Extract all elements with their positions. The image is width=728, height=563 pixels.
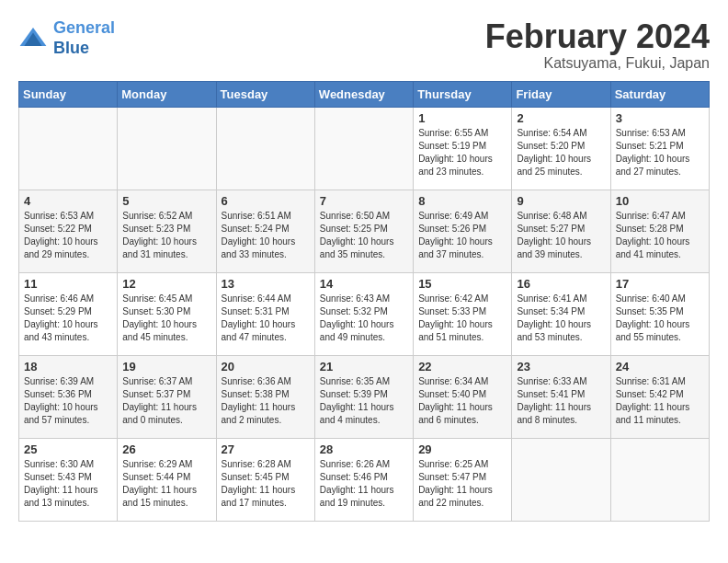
calendar-cell: [610, 438, 709, 521]
day-number: 20: [222, 360, 310, 373]
day-number: 13: [222, 277, 310, 291]
calendar-cell: 21Sunrise: 6:35 AM Sunset: 5:39 PM Dayli…: [314, 355, 413, 438]
day-number: 14: [320, 277, 408, 291]
day-info: Sunrise: 6:47 AM Sunset: 5:28 PM Dayligh…: [616, 210, 704, 261]
day-info: Sunrise: 6:29 AM Sunset: 5:44 PM Dayligh…: [122, 458, 210, 510]
day-info: Sunrise: 6:45 AM Sunset: 5:30 PM Dayligh…: [122, 293, 210, 344]
title-block: February 2024 Katsuyama, Fukui, Japan: [485, 18, 710, 72]
day-number: 25: [24, 442, 112, 456]
day-number: 28: [320, 442, 408, 456]
day-number: 24: [616, 360, 704, 373]
day-info: Sunrise: 6:41 AM Sunset: 5:34 PM Dayligh…: [517, 293, 605, 344]
calendar-cell: 29Sunrise: 6:25 AM Sunset: 5:47 PM Dayli…: [414, 438, 512, 521]
day-info: Sunrise: 6:49 AM Sunset: 5:26 PM Dayligh…: [418, 210, 506, 261]
day-info: Sunrise: 6:44 AM Sunset: 5:31 PM Dayligh…: [222, 293, 310, 344]
calendar-title: February 2024: [485, 18, 710, 55]
day-info: Sunrise: 6:28 AM Sunset: 5:45 PM Dayligh…: [222, 458, 310, 510]
day-info: Sunrise: 6:48 AM Sunset: 5:27 PM Dayligh…: [517, 210, 605, 261]
day-number: 2: [517, 111, 605, 125]
calendar-cell: [118, 107, 216, 190]
calendar-cell: [19, 107, 118, 190]
calendar-cell: 17Sunrise: 6:40 AM Sunset: 5:35 PM Dayli…: [610, 272, 709, 355]
calendar-cell: 28Sunrise: 6:26 AM Sunset: 5:46 PM Dayli…: [314, 438, 413, 521]
weekday-header: Saturday: [610, 81, 709, 107]
calendar-cell: 2Sunrise: 6:54 AM Sunset: 5:20 PM Daylig…: [512, 107, 610, 190]
weekday-header: Thursday: [414, 81, 512, 107]
day-number: 16: [517, 277, 605, 291]
day-number: 4: [24, 194, 112, 208]
calendar-cell: 1Sunrise: 6:55 AM Sunset: 5:19 PM Daylig…: [414, 107, 512, 190]
calendar-cell: 12Sunrise: 6:45 AM Sunset: 5:30 PM Dayli…: [118, 272, 216, 355]
day-info: Sunrise: 6:46 AM Sunset: 5:29 PM Dayligh…: [24, 293, 112, 344]
calendar-cell: 27Sunrise: 6:28 AM Sunset: 5:45 PM Dayli…: [216, 438, 314, 521]
day-number: 17: [616, 277, 704, 291]
calendar-week-row: 25Sunrise: 6:30 AM Sunset: 5:43 PM Dayli…: [19, 438, 710, 521]
calendar-cell: 11Sunrise: 6:46 AM Sunset: 5:29 PM Dayli…: [19, 272, 118, 355]
day-number: 6: [222, 194, 310, 208]
logo-icon: [18, 24, 48, 53]
calendar-cell: 13Sunrise: 6:44 AM Sunset: 5:31 PM Dayli…: [216, 272, 314, 355]
weekday-header: Monday: [118, 81, 216, 107]
calendar-subtitle: Katsuyama, Fukui, Japan: [485, 55, 710, 72]
calendar-cell: 16Sunrise: 6:41 AM Sunset: 5:34 PM Dayli…: [512, 272, 610, 355]
weekday-header-row: SundayMondayTuesdayWednesdayThursdayFrid…: [19, 81, 710, 107]
day-info: Sunrise: 6:50 AM Sunset: 5:25 PM Dayligh…: [320, 210, 408, 261]
weekday-header: Sunday: [19, 81, 118, 107]
calendar-week-row: 18Sunrise: 6:39 AM Sunset: 5:36 PM Dayli…: [19, 355, 710, 438]
day-info: Sunrise: 6:51 AM Sunset: 5:24 PM Dayligh…: [222, 210, 310, 261]
day-number: 27: [222, 442, 310, 456]
day-info: Sunrise: 6:35 AM Sunset: 5:39 PM Dayligh…: [320, 375, 408, 427]
day-number: 11: [24, 277, 112, 291]
day-number: 18: [24, 360, 112, 373]
day-number: 1: [418, 111, 506, 125]
day-number: 15: [418, 277, 506, 291]
calendar-cell: 9Sunrise: 6:48 AM Sunset: 5:27 PM Daylig…: [512, 190, 610, 272]
day-info: Sunrise: 6:39 AM Sunset: 5:36 PM Dayligh…: [24, 375, 112, 427]
calendar-cell: 26Sunrise: 6:29 AM Sunset: 5:44 PM Dayli…: [118, 438, 216, 521]
calendar-cell: 5Sunrise: 6:52 AM Sunset: 5:23 PM Daylig…: [118, 190, 216, 272]
calendar-cell: 24Sunrise: 6:31 AM Sunset: 5:42 PM Dayli…: [610, 355, 709, 438]
day-number: 10: [616, 194, 704, 208]
day-info: Sunrise: 6:43 AM Sunset: 5:32 PM Dayligh…: [320, 293, 408, 344]
day-number: 5: [122, 194, 210, 208]
calendar-week-row: 11Sunrise: 6:46 AM Sunset: 5:29 PM Dayli…: [19, 272, 710, 355]
day-info: Sunrise: 6:42 AM Sunset: 5:33 PM Dayligh…: [418, 293, 506, 344]
day-number: 23: [517, 360, 605, 373]
day-number: 26: [122, 442, 210, 456]
calendar-cell: 18Sunrise: 6:39 AM Sunset: 5:36 PM Dayli…: [19, 355, 118, 438]
calendar-cell: 3Sunrise: 6:53 AM Sunset: 5:21 PM Daylig…: [610, 107, 709, 190]
calendar-cell: [216, 107, 314, 190]
day-number: 12: [122, 277, 210, 291]
day-info: Sunrise: 6:54 AM Sunset: 5:20 PM Dayligh…: [517, 127, 605, 178]
day-info: Sunrise: 6:55 AM Sunset: 5:19 PM Dayligh…: [418, 127, 506, 178]
calendar-week-row: 1Sunrise: 6:55 AM Sunset: 5:19 PM Daylig…: [19, 107, 710, 190]
calendar-cell: 19Sunrise: 6:37 AM Sunset: 5:37 PM Dayli…: [118, 355, 216, 438]
calendar-cell: 15Sunrise: 6:42 AM Sunset: 5:33 PM Dayli…: [414, 272, 512, 355]
logo: General Blue: [18, 18, 115, 58]
day-number: 7: [320, 194, 408, 208]
calendar-cell: 20Sunrise: 6:36 AM Sunset: 5:38 PM Dayli…: [216, 355, 314, 438]
day-info: Sunrise: 6:25 AM Sunset: 5:47 PM Dayligh…: [418, 458, 506, 510]
day-info: Sunrise: 6:37 AM Sunset: 5:37 PM Dayligh…: [122, 375, 210, 427]
day-number: 21: [320, 360, 408, 373]
calendar-cell: 6Sunrise: 6:51 AM Sunset: 5:24 PM Daylig…: [216, 190, 314, 272]
calendar-cell: 25Sunrise: 6:30 AM Sunset: 5:43 PM Dayli…: [19, 438, 118, 521]
calendar-cell: 23Sunrise: 6:33 AM Sunset: 5:41 PM Dayli…: [512, 355, 610, 438]
calendar-cell: 4Sunrise: 6:53 AM Sunset: 5:22 PM Daylig…: [19, 190, 118, 272]
day-info: Sunrise: 6:36 AM Sunset: 5:38 PM Dayligh…: [222, 375, 310, 427]
calendar-cell: 7Sunrise: 6:50 AM Sunset: 5:25 PM Daylig…: [314, 190, 413, 272]
day-info: Sunrise: 6:30 AM Sunset: 5:43 PM Dayligh…: [24, 458, 112, 510]
day-info: Sunrise: 6:34 AM Sunset: 5:40 PM Dayligh…: [418, 375, 506, 427]
page-header: General Blue February 2024 Katsuyama, Fu…: [18, 18, 710, 72]
logo-text: General Blue: [53, 18, 115, 58]
calendar-table: SundayMondayTuesdayWednesdayThursdayFrid…: [18, 81, 710, 522]
day-info: Sunrise: 6:53 AM Sunset: 5:22 PM Dayligh…: [24, 210, 112, 261]
day-info: Sunrise: 6:33 AM Sunset: 5:41 PM Dayligh…: [517, 375, 605, 427]
calendar-cell: 14Sunrise: 6:43 AM Sunset: 5:32 PM Dayli…: [314, 272, 413, 355]
day-number: 29: [418, 442, 506, 456]
day-info: Sunrise: 6:26 AM Sunset: 5:46 PM Dayligh…: [320, 458, 408, 510]
calendar-cell: 8Sunrise: 6:49 AM Sunset: 5:26 PM Daylig…: [414, 190, 512, 272]
day-number: 22: [418, 360, 506, 373]
weekday-header: Friday: [512, 81, 610, 107]
day-info: Sunrise: 6:40 AM Sunset: 5:35 PM Dayligh…: [616, 293, 704, 344]
